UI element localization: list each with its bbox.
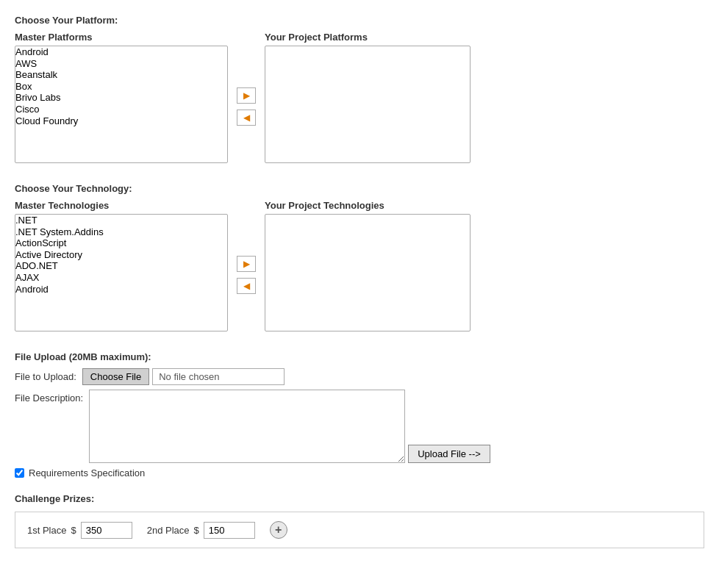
no-file-chosen-text: No file chosen (152, 368, 285, 385)
first-place-input[interactable] (81, 522, 132, 539)
technology-dual-list: Master Technologies .NET .NET System.Add… (15, 200, 704, 334)
list-item[interactable]: AWS (15, 58, 227, 70)
requirements-checkbox-label: Requirements Specification (29, 467, 145, 478)
prizes-section-label: Challenge Prizes: (15, 493, 704, 504)
file-desc-textarea[interactable] (89, 390, 405, 463)
technology-section-label: Choose Your Technology: (15, 183, 704, 194)
list-item[interactable]: ADO.NET (15, 260, 227, 272)
list-item[interactable]: Cloud Foundry (15, 115, 227, 127)
project-technologies-label: Your Project Technologies (265, 200, 471, 211)
second-place-label: 2nd Place (147, 525, 190, 536)
project-technologies-list[interactable] (265, 214, 471, 331)
platform-section-label: Choose Your Platform: (15, 15, 704, 26)
technology-remove-icon: ◀ (243, 281, 250, 291)
first-place-entry: 1st Place $ (27, 522, 132, 539)
technology-add-button[interactable]: ▶ (237, 256, 256, 272)
prizes-section: Challenge Prizes: 1st Place $ 2nd Place … (15, 493, 704, 548)
second-place-input[interactable] (204, 522, 255, 539)
second-place-entry: 2nd Place $ (147, 522, 255, 539)
file-upload-section-label: File Upload (20MB maximum): (15, 351, 704, 362)
project-platforms-col: Your Project Platforms (265, 32, 471, 163)
list-item[interactable]: ActionScript (15, 237, 227, 249)
platform-remove-button[interactable]: ◀ (237, 110, 256, 126)
file-desc-row: File Description: Upload File --> (15, 390, 704, 463)
project-platforms-label: Your Project Platforms (265, 32, 471, 43)
project-platforms-list[interactable] (265, 46, 471, 163)
file-upload-section: File Upload (20MB maximum): File to Uplo… (15, 351, 704, 478)
list-item[interactable]: Active Directory (15, 249, 227, 261)
prizes-box: 1st Place $ 2nd Place $ + (15, 512, 704, 548)
list-item[interactable]: Android (15, 284, 227, 295)
master-platforms-col: Master Platforms Android AWS Beanstalk B… (15, 32, 228, 163)
master-technologies-list[interactable]: .NET .NET System.Addins ActionScript Act… (15, 214, 228, 331)
technology-add-icon: ▶ (243, 259, 250, 269)
list-item[interactable]: .NET (15, 215, 227, 226)
second-place-dollar: $ (194, 525, 199, 536)
technology-arrow-col: ▶ ◀ (228, 216, 265, 334)
list-item[interactable]: Box (15, 81, 227, 93)
master-platforms-list[interactable]: Android AWS Beanstalk Box Brivo Labs Cis… (15, 46, 228, 163)
first-place-dollar: $ (71, 525, 76, 536)
project-technologies-col: Your Project Technologies (265, 200, 471, 331)
platform-remove-icon: ◀ (243, 112, 250, 123)
platform-arrow-col: ▶ ◀ (228, 48, 265, 165)
master-platforms-label: Master Platforms (15, 32, 228, 43)
list-item[interactable]: AJAX (15, 272, 227, 284)
requirements-checkbox[interactable] (15, 468, 24, 478)
textarea-upload-wrapper: Upload File --> (89, 390, 490, 463)
technology-section: Choose Your Technology: Master Technolog… (15, 183, 704, 334)
file-upload-field-label: File to Upload: (15, 371, 76, 382)
list-item[interactable]: .NET System.Addins (15, 226, 227, 238)
first-place-label: 1st Place (27, 525, 66, 536)
master-technologies-label: Master Technologies (15, 200, 228, 211)
add-prize-button[interactable]: + (270, 521, 287, 539)
platform-add-button[interactable]: ▶ (237, 87, 256, 104)
file-desc-label: File Description: (15, 390, 83, 404)
technology-remove-button[interactable]: ◀ (237, 278, 256, 294)
list-item[interactable]: Android (15, 46, 227, 58)
choose-file-button[interactable]: Choose File (82, 368, 149, 385)
requirements-checkbox-row: Requirements Specification (15, 467, 704, 478)
list-item[interactable]: Cisco (15, 104, 227, 115)
platform-dual-list: Master Platforms Android AWS Beanstalk B… (15, 32, 704, 165)
list-item[interactable]: Beanstalk (15, 69, 227, 81)
upload-file-button[interactable]: Upload File --> (408, 445, 490, 463)
platform-section: Choose Your Platform: Master Platforms A… (15, 15, 704, 165)
platform-add-icon: ▶ (243, 90, 250, 101)
list-item[interactable]: Brivo Labs (15, 92, 227, 104)
file-upload-row: File to Upload: Choose File No file chos… (15, 368, 704, 385)
master-technologies-col: Master Technologies .NET .NET System.Add… (15, 200, 228, 331)
